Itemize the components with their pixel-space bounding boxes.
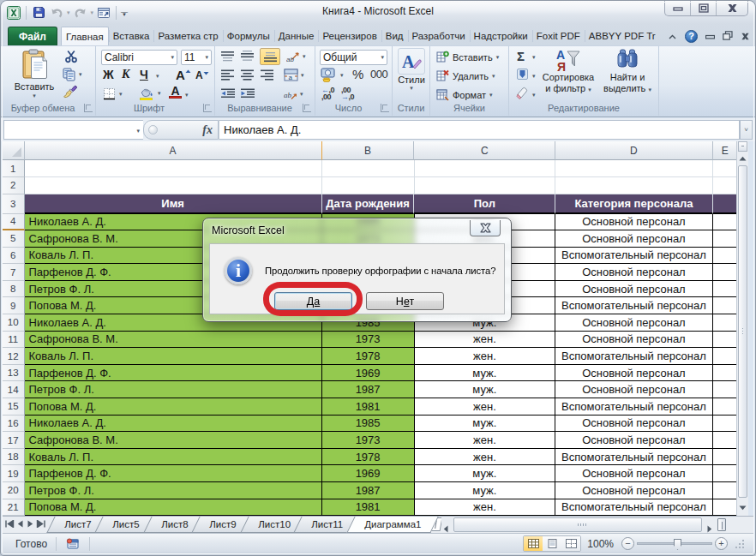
clear-dropdown[interactable]: ▾ xyxy=(532,92,536,99)
cell[interactable]: жен. xyxy=(415,499,556,516)
cell[interactable]: Основной персонал xyxy=(555,314,712,332)
row-header-21[interactable]: 21 xyxy=(3,499,25,516)
name-box[interactable]: ▾ xyxy=(3,120,143,140)
collapse-ribbon-icon[interactable] xyxy=(668,28,677,44)
cell[interactable]: Николаев А. Д. xyxy=(25,416,322,433)
wrap-text-icon[interactable]: ab ▾ xyxy=(284,87,303,100)
fill-dropdown[interactable]: ▾ xyxy=(532,73,536,80)
ribbon-tab-3[interactable]: Разметка стр xyxy=(153,27,222,45)
styles-button[interactable]: А Стили ▾ xyxy=(394,48,429,92)
increase-indent-icon[interactable] xyxy=(241,88,255,99)
cell[interactable] xyxy=(713,230,738,248)
cell[interactable] xyxy=(713,281,738,298)
cell[interactable] xyxy=(713,365,738,382)
ribbon-tab-10[interactable]: Foxit PDF xyxy=(532,27,585,45)
cell[interactable]: Вспомогательный персонал xyxy=(555,499,712,516)
ribbon-tab-1[interactable]: Главная xyxy=(61,27,109,45)
cell[interactable]: Основной персонал xyxy=(555,230,712,248)
cell[interactable] xyxy=(713,381,738,398)
cell[interactable]: Основной персонал xyxy=(555,365,712,382)
cell[interactable]: Сафронова В. М. xyxy=(25,432,322,449)
horizontal-scrollbar[interactable] xyxy=(441,517,740,533)
font-dialog-launcher[interactable] xyxy=(203,104,212,112)
help-icon[interactable]: ? xyxy=(685,30,698,43)
format-cells-button[interactable]: Формат▾ xyxy=(436,88,493,101)
cell[interactable] xyxy=(713,297,738,314)
cell[interactable]: Имя xyxy=(25,194,322,214)
row-header-3[interactable]: 3 xyxy=(3,194,25,214)
cell[interactable]: Основной персонал xyxy=(555,214,712,231)
last-sheet-icon[interactable] xyxy=(36,520,45,529)
cell[interactable]: жен. xyxy=(415,449,556,466)
row-header-13[interactable]: 13 xyxy=(3,365,25,382)
prev-sheet-icon[interactable] xyxy=(17,520,24,529)
tab-file[interactable]: Файл xyxy=(8,27,57,45)
cell[interactable] xyxy=(713,160,738,177)
row-header-15[interactable]: 15 xyxy=(3,398,25,416)
font-name-combo[interactable]: Calibri▾ xyxy=(101,50,177,65)
ribbon-tab-6[interactable]: Рецензиров xyxy=(318,27,381,45)
orientation-button[interactable]: ab ▾ xyxy=(286,50,306,63)
copy-icon[interactable]: ▾ xyxy=(62,67,82,81)
cell[interactable]: 1973 xyxy=(322,432,415,449)
cell[interactable] xyxy=(713,348,738,365)
clipboard-dialog-launcher[interactable] xyxy=(84,104,93,112)
decrease-indent-icon[interactable] xyxy=(221,88,236,99)
cell[interactable]: Парфенов Д. Ф. xyxy=(25,465,322,482)
combo-dropdown-arrow[interactable]: ▾ xyxy=(381,54,384,61)
cell[interactable]: Петров Ф. Л. xyxy=(25,381,322,398)
dropdown-arrow[interactable]: ▾ xyxy=(496,54,500,61)
row-header-8[interactable]: 8 xyxy=(3,281,25,298)
styles-dropdown-arrow[interactable]: ▾ xyxy=(410,85,413,92)
cell[interactable]: Дата рождения xyxy=(322,194,415,214)
normal-view-button[interactable] xyxy=(524,536,543,551)
align-middle-icon[interactable] xyxy=(241,51,254,62)
dropdown-arrow[interactable]: ▾ xyxy=(303,53,306,60)
next-sheet-icon[interactable] xyxy=(27,520,33,529)
grow-font-button[interactable]: А xyxy=(176,68,191,82)
cell[interactable]: 1969 xyxy=(322,465,415,482)
dialog-close-button[interactable] xyxy=(470,220,501,236)
zoom-slider[interactable] xyxy=(637,542,712,545)
scroll-up-button[interactable] xyxy=(738,152,747,164)
cell[interactable]: муж. xyxy=(415,365,556,382)
page-layout-view-button[interactable] xyxy=(543,536,561,551)
cell[interactable] xyxy=(415,177,556,194)
row-header-4[interactable]: 4 xyxy=(3,214,25,231)
align-bottom-button-active[interactable] xyxy=(260,48,280,65)
cell[interactable]: 1978 xyxy=(322,449,415,466)
vertical-split-handle[interactable] xyxy=(738,141,747,152)
formula-bar-expand-icon[interactable]: ˅ xyxy=(740,120,753,140)
vertical-scroll-thumb[interactable] xyxy=(738,165,747,498)
dropdown-arrow[interactable]: ▾ xyxy=(158,90,161,97)
workbook-minimize-icon[interactable] xyxy=(705,28,715,44)
row-header-12[interactable]: 12 xyxy=(3,348,25,365)
row-header-10[interactable]: 10 xyxy=(3,314,25,332)
cell[interactable]: Вспомогательный персонал xyxy=(555,449,712,466)
cell[interactable]: Основной персонал xyxy=(555,381,712,398)
cell[interactable] xyxy=(322,160,415,177)
dropdown-arrow[interactable]: ▾ xyxy=(340,72,344,79)
dropdown-arrow[interactable]: ▾ xyxy=(492,73,495,80)
cell[interactable] xyxy=(25,160,322,177)
workbook-restore-icon[interactable] xyxy=(723,28,733,44)
zoom-out-button[interactable]: − xyxy=(621,537,634,550)
cell[interactable]: жен. xyxy=(415,332,556,349)
cell[interactable]: Попова М. Д. xyxy=(25,398,322,416)
autosum-button[interactable]: Σ xyxy=(517,49,525,63)
align-top-icon[interactable] xyxy=(221,51,234,62)
row-header-5[interactable]: 5 xyxy=(3,230,25,248)
cell[interactable] xyxy=(713,248,738,265)
zoom-in-button[interactable]: + xyxy=(715,537,728,550)
cell[interactable] xyxy=(713,432,738,449)
comma-style-icon[interactable]: 000 xyxy=(370,68,387,81)
cell[interactable]: 1973 xyxy=(322,332,415,349)
percent-style-icon[interactable]: % xyxy=(352,67,363,81)
paste-button[interactable]: Вставить ▾ xyxy=(9,49,59,99)
align-right-icon[interactable] xyxy=(261,69,273,81)
cell[interactable] xyxy=(713,482,738,499)
cell[interactable]: Вспомогательный персонал xyxy=(555,398,712,416)
cell[interactable] xyxy=(713,465,738,482)
ribbon-tab-8[interactable]: Разработчи xyxy=(408,27,470,45)
cell[interactable]: Основной персонал xyxy=(555,482,712,499)
